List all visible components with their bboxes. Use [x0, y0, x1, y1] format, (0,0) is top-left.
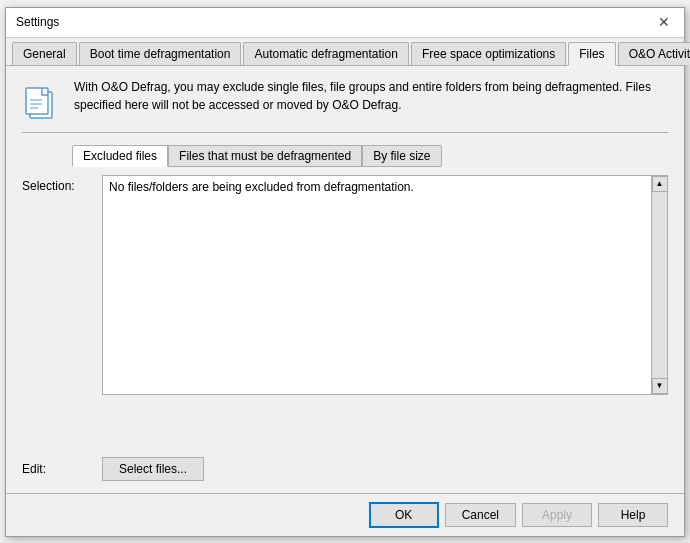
- edit-label: Edit:: [22, 462, 102, 476]
- list-box-container: No files/folders are being excluded from…: [102, 175, 668, 395]
- help-button[interactable]: Help: [598, 503, 668, 527]
- select-files-button[interactable]: Select files...: [102, 457, 204, 481]
- tab-freespace[interactable]: Free space optimizations: [411, 42, 566, 65]
- svg-rect-1: [26, 88, 48, 114]
- edit-row: Edit: Select files...: [22, 449, 668, 481]
- main-tabs: General Boot time defragmentation Automa…: [6, 38, 684, 66]
- tab-auto[interactable]: Automatic defragmentation: [243, 42, 408, 65]
- content-area: With O&O Defrag, you may exclude single …: [6, 66, 684, 493]
- cancel-button[interactable]: Cancel: [445, 503, 516, 527]
- tab-boot[interactable]: Boot time defragmentation: [79, 42, 242, 65]
- selection-label: Selection:: [22, 175, 102, 193]
- settings-dialog: Settings ✕ General Boot time defragmenta…: [5, 7, 685, 537]
- dialog-title: Settings: [16, 15, 59, 29]
- close-button[interactable]: ✕: [654, 12, 674, 32]
- inner-tab-must-defrag[interactable]: Files that must be defragmented: [168, 145, 362, 167]
- apply-button[interactable]: Apply: [522, 503, 592, 527]
- scroll-track[interactable]: [652, 192, 667, 378]
- description-area: With O&O Defrag, you may exclude single …: [22, 78, 668, 120]
- title-bar: Settings ✕: [6, 8, 684, 38]
- selection-row: Selection: No files/folders are being ex…: [22, 175, 668, 441]
- scrollbar: ▲ ▼: [651, 176, 667, 394]
- footer: OK Cancel Apply Help: [6, 493, 684, 536]
- scroll-down-arrow[interactable]: ▼: [652, 378, 668, 394]
- files-icon: [22, 80, 62, 120]
- scroll-up-arrow[interactable]: ▲: [652, 176, 668, 192]
- description-text: With O&O Defrag, you may exclude single …: [74, 78, 668, 114]
- tab-general[interactable]: General: [12, 42, 77, 65]
- inner-tab-excluded[interactable]: Excluded files: [72, 145, 168, 167]
- ok-button[interactable]: OK: [369, 502, 439, 528]
- inner-tabs: Excluded files Files that must be defrag…: [72, 145, 668, 167]
- list-box-empty-text: No files/folders are being excluded from…: [107, 178, 416, 196]
- tab-files[interactable]: Files: [568, 42, 615, 66]
- list-box[interactable]: No files/folders are being excluded from…: [103, 176, 667, 394]
- divider: [22, 132, 668, 133]
- inner-tab-by-size[interactable]: By file size: [362, 145, 441, 167]
- tab-activity[interactable]: O&O ActivityMonitor: [618, 42, 690, 65]
